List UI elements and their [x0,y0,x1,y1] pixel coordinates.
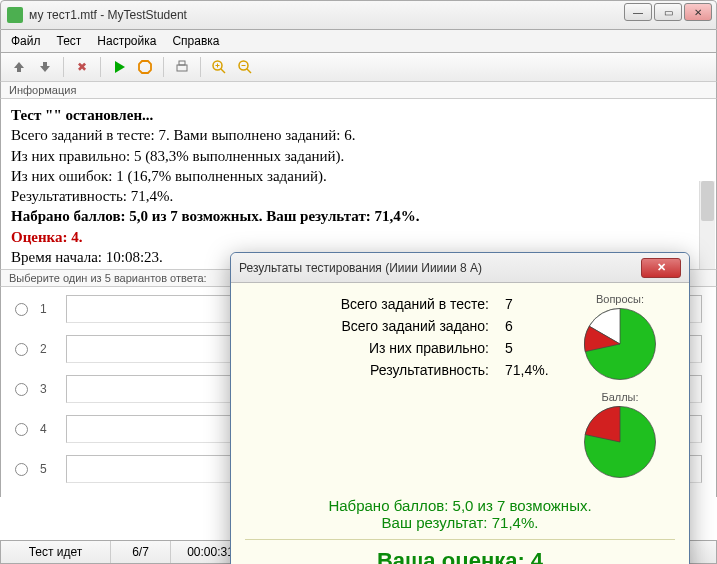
minimize-button[interactable]: — [624,3,652,21]
stop-icon[interactable] [135,57,155,77]
svg-line-8 [247,69,251,73]
stat-label: Результативность: [245,362,489,378]
results-text: Тест "" остановлен... Всего заданий в те… [0,99,717,269]
menu-file[interactable]: Файл [11,34,41,48]
zoom-out-icon[interactable] [235,57,255,77]
option-number: 5 [40,462,54,476]
results-line3: Из них ошибок: 1 (16,7% выполненных зада… [11,166,706,186]
svg-marker-0 [139,61,151,73]
stat-value: 71,4%. [505,362,565,378]
up-icon[interactable] [9,57,29,77]
stat-value: 5 [505,340,565,356]
status-state: Тест идет [1,541,111,563]
pie-questions-icon [583,307,657,381]
radio-icon[interactable] [15,383,28,396]
maximize-button[interactable]: ▭ [654,3,682,21]
final-grade: Ваша оценка: 4 [245,548,675,564]
app-icon [7,7,23,23]
option-number: 2 [40,342,54,356]
pie-scores-label: Баллы: [565,391,675,403]
stats-table: Всего заданий в тесте:7 Всего заданий за… [245,293,565,489]
down-icon[interactable] [35,57,55,77]
info-header: Информация [0,82,717,99]
score-summary: Набрано баллов: 5,0 из 7 возможных. Ваш … [245,497,675,531]
radio-icon[interactable] [15,303,28,316]
results-line4: Результативность: 71,4%. [11,186,706,206]
option-number: 1 [40,302,54,316]
svg-rect-2 [179,61,185,65]
results-line2: Из них правильно: 5 (83,3% выполненных з… [11,146,706,166]
radio-icon[interactable] [15,343,28,356]
window-titlebar: му тест1.mtf - MyTestStudent — ▭ ✕ [0,0,717,30]
print-icon[interactable] [172,57,192,77]
pie-questions-label: Вопросы: [565,293,675,305]
play-icon[interactable] [109,57,129,77]
status-progress: 6/7 [111,541,171,563]
results-grade: Оценка: 4. [11,227,706,247]
stat-value: 6 [505,318,565,334]
results-line5: Набрано баллов: 5,0 из 7 возможных. Ваш … [11,208,420,224]
close-button[interactable]: ✕ [684,3,712,21]
menubar: Файл Тест Настройка Справка [0,30,717,52]
svg-rect-1 [177,65,187,71]
radio-icon[interactable] [15,423,28,436]
svg-line-4 [221,69,225,73]
stat-label: Из них правильно: [245,340,489,356]
stat-label: Всего заданий в тесте: [245,296,489,312]
option-number: 3 [40,382,54,396]
dialog-title: Результаты тестирования (Ииии Иииии 8 А) [239,261,641,275]
delete-icon[interactable]: ✖ [72,57,92,77]
window-title: му тест1.mtf - MyTestStudent [29,8,710,22]
menu-help[interactable]: Справка [172,34,219,48]
dialog-close-button[interactable]: ✕ [641,258,681,278]
results-dialog: Результаты тестирования (Ииии Иииии 8 А)… [230,252,690,564]
scrollbar-thumb[interactable] [701,181,714,221]
zoom-in-icon[interactable] [209,57,229,77]
menu-test[interactable]: Тест [57,34,82,48]
toolbar: ✖ [0,52,717,82]
results-stopped: Тест "" остановлен... [11,107,153,123]
radio-icon[interactable] [15,463,28,476]
stat-value: 7 [505,296,565,312]
scrollbar[interactable] [699,181,715,269]
stat-label: Всего заданий задано: [245,318,489,334]
dialog-titlebar: Результаты тестирования (Ииии Иииии 8 А)… [231,253,689,283]
results-line1: Всего заданий в тесте: 7. Вами выполнено… [11,125,706,145]
pie-scores-icon [583,405,657,479]
menu-settings[interactable]: Настройка [97,34,156,48]
option-number: 4 [40,422,54,436]
